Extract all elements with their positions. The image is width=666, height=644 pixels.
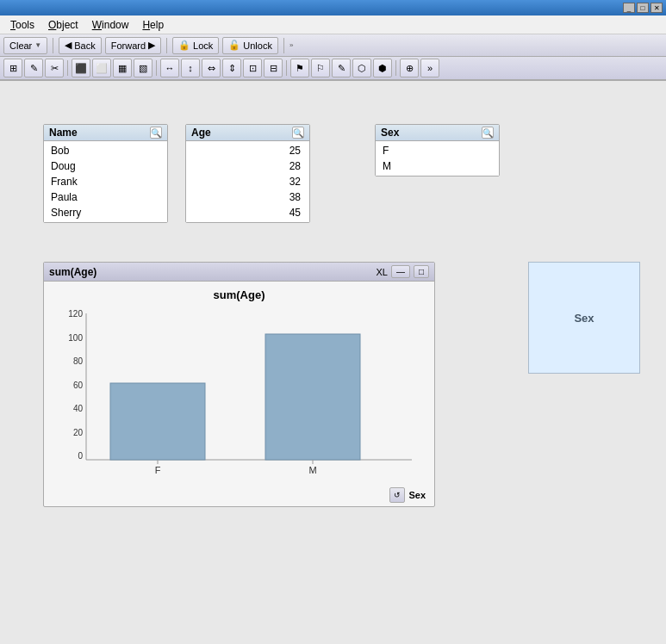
clear-button[interactable]: Clear ▼ <box>3 37 47 54</box>
toolbar-separator-2 <box>166 38 167 53</box>
list-item[interactable]: 32 <box>191 174 302 189</box>
minimize-button[interactable]: _ <box>623 3 635 13</box>
listbox-age-search[interactable]: 🔍 <box>292 127 304 139</box>
chart-title-bar: sum(Age) XL — □ <box>44 263 434 282</box>
icon-separator-3 <box>286 60 287 76</box>
icon-btn-20[interactable]: » <box>420 59 439 77</box>
svg-text:80: 80 <box>72 356 83 366</box>
maximize-button[interactable]: □ <box>637 3 649 13</box>
listbox-age: Age 🔍 25 28 32 38 45 <box>185 124 310 223</box>
chart-refresh-icon[interactable]: ↺ <box>389 487 405 503</box>
icon-separator-4 <box>395 60 396 76</box>
back-icon: ◀ <box>65 40 72 51</box>
bar-M[interactable] <box>265 334 360 460</box>
chart-maximize-button[interactable]: □ <box>414 265 429 278</box>
chart-panel-title: sum(Age) <box>49 266 96 278</box>
icon-separator-1 <box>67 60 68 76</box>
list-item[interactable]: M <box>381 158 494 174</box>
list-item[interactable]: Frank <box>49 174 162 189</box>
icon-btn-10[interactable]: ⇔ <box>202 59 221 77</box>
icon-btn-14[interactable]: ⚑ <box>290 59 309 77</box>
icon-btn-8[interactable]: ↔ <box>160 59 179 77</box>
list-item[interactable]: Sherry <box>49 205 162 220</box>
svg-text:60: 60 <box>72 381 83 390</box>
menu-tools[interactable]: Tools <box>3 17 41 33</box>
bar-F[interactable] <box>110 383 205 460</box>
lock-button[interactable]: 🔒 Lock <box>172 37 219 54</box>
listbox-sex: Sex 🔍 F M <box>375 124 500 176</box>
svg-text:M: M <box>308 465 316 475</box>
list-item[interactable]: 25 <box>191 143 302 158</box>
close-button[interactable]: ✕ <box>650 3 663 13</box>
listbox-sex-header: Sex 🔍 <box>376 125 499 141</box>
chart-footer: ↺ Sex <box>389 487 426 503</box>
icon-bar: ⊞ ✎ ✂ ⬛ ⬜ ▦ ▧ ↔ ↕ ⇔ ⇕ ⊡ ⊟ ⚑ ⚐ ✎ ⬡ ⬢ ⊕ » <box>0 57 666 81</box>
toolbar-overflow-arrow[interactable]: » <box>289 41 293 49</box>
svg-text:100: 100 <box>68 333 83 343</box>
listbox-age-body: 25 28 32 38 45 <box>186 141 309 222</box>
chart-area: sum(Age) 120 100 80 60 40 20 0 F M <box>44 282 434 508</box>
icon-btn-11[interactable]: ⇕ <box>222 59 241 77</box>
title-bar: _ □ ✕ <box>0 0 666 15</box>
list-item[interactable]: Doug <box>49 158 162 174</box>
chart-x-axis-label: Sex <box>408 490 426 500</box>
toolbar: Clear ▼ ◀ Back Forward ▶ 🔒 Lock 🔓 Unlock… <box>0 34 666 57</box>
icon-btn-4[interactable]: ⬛ <box>72 59 90 77</box>
back-button[interactable]: ◀ Back <box>59 37 101 54</box>
chart-panel: sum(Age) XL — □ sum(Age) 120 100 80 60 4… <box>43 262 435 507</box>
unlock-button[interactable]: 🔓 Unlock <box>222 37 278 54</box>
icon-btn-9[interactable]: ↕ <box>181 59 200 77</box>
icon-btn-12[interactable]: ⊡ <box>243 59 262 77</box>
lock-label: Lock <box>193 40 213 51</box>
toolbar-separator-1 <box>53 38 53 53</box>
unlock-icon: 🔓 <box>228 40 240 51</box>
list-item[interactable]: Bob <box>49 143 162 158</box>
forward-icon: ▶ <box>148 40 155 51</box>
icon-btn-5[interactable]: ⬜ <box>92 59 111 77</box>
forward-button[interactable]: Forward ▶ <box>105 37 161 54</box>
list-item[interactable]: 28 <box>191 158 302 174</box>
icon-btn-3[interactable]: ✂ <box>45 59 64 77</box>
clear-label: Clear <box>9 40 32 51</box>
menu-help[interactable]: Help <box>135 17 171 33</box>
listbox-age-title: Age <box>191 127 211 139</box>
unlock-label: Unlock <box>243 40 272 51</box>
icon-btn-17[interactable]: ⬡ <box>352 59 371 77</box>
list-item[interactable]: F <box>381 143 494 158</box>
svg-text:120: 120 <box>68 309 83 319</box>
icon-btn-7[interactable]: ▧ <box>134 59 152 77</box>
listbox-name: Name 🔍 Bob Doug Frank Paula Sherry <box>43 124 168 223</box>
menu-bar: Tools Object Window Help <box>0 15 666 34</box>
listbox-name-title: Name <box>49 127 78 139</box>
icon-btn-1[interactable]: ⊞ <box>3 59 22 77</box>
icon-btn-18[interactable]: ⬢ <box>373 59 392 77</box>
icon-btn-16[interactable]: ✎ <box>332 59 351 77</box>
chart-svg: 120 100 80 60 40 20 0 F M <box>59 305 420 486</box>
menu-object[interactable]: Object <box>41 17 85 33</box>
icon-btn-2[interactable]: ✎ <box>24 59 43 77</box>
list-item[interactable]: 38 <box>191 189 302 205</box>
icon-btn-6[interactable]: ▦ <box>113 59 132 77</box>
listbox-sex-search[interactable]: 🔍 <box>482 127 494 139</box>
listbox-name-body: Bob Doug Frank Paula Sherry <box>44 141 167 222</box>
listbox-name-search[interactable]: 🔍 <box>150 127 162 139</box>
menu-window[interactable]: Window <box>85 17 136 33</box>
listbox-sex-title: Sex <box>381 127 399 139</box>
svg-text:F: F <box>154 465 160 475</box>
forward-label: Forward <box>111 40 146 51</box>
chart-minimize-button[interactable]: — <box>391 265 410 278</box>
sex-legend-label: Sex <box>574 312 594 325</box>
icon-btn-15[interactable]: ⚐ <box>311 59 330 77</box>
icon-separator-2 <box>156 60 157 76</box>
chart-xl-label: XL <box>376 267 387 277</box>
icon-btn-13[interactable]: ⊟ <box>264 59 283 77</box>
icon-btn-19[interactable]: ⊕ <box>400 59 419 77</box>
svg-text:0: 0 <box>78 451 83 461</box>
list-item[interactable]: 45 <box>191 205 302 220</box>
listbox-sex-body: F M <box>376 141 499 176</box>
svg-text:40: 40 <box>72 404 83 413</box>
listbox-name-header: Name 🔍 <box>44 125 167 141</box>
main-content: Name 🔍 Bob Doug Frank Paula Sherry Age 🔍… <box>0 81 666 644</box>
list-item[interactable]: Paula <box>49 189 162 205</box>
chart-controls: XL — □ <box>376 265 429 278</box>
